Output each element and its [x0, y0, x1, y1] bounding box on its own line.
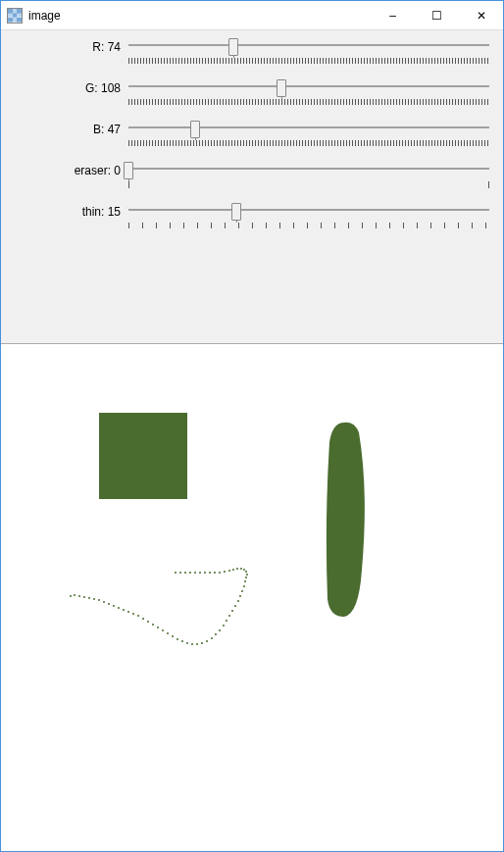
maximize-icon: ☐ [431, 9, 442, 23]
slider-label-r: R: 74 [11, 38, 128, 54]
window-title: image [28, 9, 371, 23]
app-icon [7, 8, 23, 24]
slider-thin[interactable] [128, 203, 489, 228]
control-panel: R: 74 G: 108 B: 47 eraser: 0 thin: 15 [1, 30, 503, 344]
slider-thumb-thin[interactable] [231, 203, 241, 221]
slider-label-b: B: 47 [11, 121, 128, 136]
slider-g[interactable] [128, 79, 489, 105]
close-button[interactable]: ✕ [459, 1, 503, 29]
slider-row-b: B: 47 [11, 121, 489, 146]
slider-label-thin: thin: 15 [11, 203, 128, 219]
drawn-thick-stroke [1, 344, 503, 851]
slider-row-r: R: 74 [11, 38, 489, 64]
slider-label-eraser: eraser: 0 [11, 162, 128, 177]
minimize-icon: – [389, 9, 396, 23]
slider-row-thin: thin: 15 [11, 203, 489, 228]
slider-thumb-b[interactable] [190, 121, 200, 138]
slider-b[interactable] [128, 121, 489, 146]
slider-label-g: G: 108 [11, 79, 128, 95]
slider-thumb-r[interactable] [228, 38, 238, 56]
slider-r[interactable] [128, 38, 489, 64]
maximize-button[interactable]: ☐ [415, 1, 459, 29]
slider-row-eraser: eraser: 0 [11, 162, 489, 187]
slider-thumb-g[interactable] [277, 79, 286, 97]
titlebar: image – ☐ ✕ [1, 1, 503, 30]
minimize-button[interactable]: – [371, 1, 415, 29]
slider-thumb-eraser[interactable] [124, 162, 133, 179]
drawing-canvas[interactable] [1, 344, 503, 851]
close-icon: ✕ [477, 9, 486, 23]
slider-eraser[interactable] [128, 162, 489, 187]
slider-row-g: G: 108 [11, 79, 489, 105]
